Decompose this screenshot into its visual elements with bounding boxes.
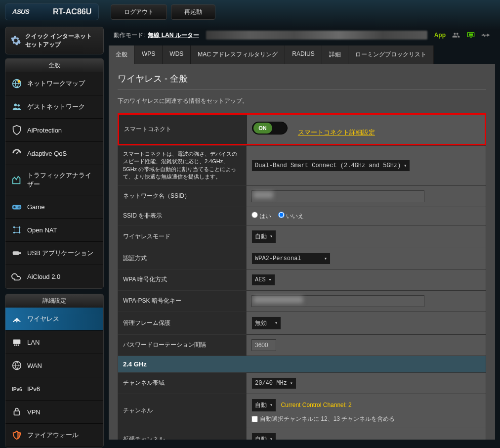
pmf-label: 管理フレーム保護: [118, 312, 247, 334]
sidebar-item-ワイヤレス[interactable]: ワイヤレス: [5, 308, 103, 331]
auth-label: 認証方式: [118, 248, 247, 269]
sidebar-item-Open NAT[interactable]: Open NAT: [5, 219, 103, 242]
sidebar-item-Game[interactable]: Game: [5, 195, 103, 219]
sidebar-item-Adaptive QoS[interactable]: Adaptive QoS: [5, 142, 103, 165]
tab-詳細[interactable]: 詳細: [322, 45, 348, 64]
nav-icon: [11, 406, 22, 417]
smart-connect-link[interactable]: スマートコネクト詳細設定: [298, 129, 375, 136]
firmware-blur: [206, 31, 427, 40]
svg-point-8: [18, 206, 19, 207]
chan24-label: チャンネル: [118, 394, 247, 428]
logout-button[interactable]: ログアウト: [111, 4, 167, 20]
gear-icon: [10, 35, 21, 46]
wpa-enc-select[interactable]: AES: [251, 274, 275, 286]
smart-connect-toggle[interactable]: ON: [252, 122, 288, 134]
sidebar-item-LAN[interactable]: LAN: [5, 331, 103, 354]
wpa-key-label: WPA-PSK 暗号化キー: [118, 290, 247, 312]
panel-desc: 下のワイヤレスに関連する情報をセットアップ。: [118, 97, 486, 105]
reboot-button[interactable]: 再起動: [171, 4, 215, 20]
app-link[interactable]: App: [434, 32, 446, 39]
status-bar: 動作モード: 無線 LAN ルーター App: [109, 27, 495, 44]
chan-include-label: 自動選択チャンネルに 12、13 チャンネルを含める: [260, 415, 395, 423]
nav-icon: [11, 125, 22, 135]
nav-icon: [11, 224, 22, 235]
svg-text:ASUS: ASUS: [12, 8, 30, 15]
nav-icon: [11, 360, 22, 371]
asus-logo: ASUS: [12, 7, 48, 16]
quick-setup-button[interactable]: クイック インターネット セットアップ: [5, 27, 104, 54]
svg-point-2: [18, 80, 21, 83]
tab-WPS[interactable]: WPS: [135, 45, 163, 64]
top-bar: ASUS RT-AC86U ログアウト 再起動: [0, 0, 500, 24]
sidebar-item-AiCloud 2.0[interactable]: AiCloud 2.0: [5, 265, 103, 288]
settings-panel: ワイヤレス - 全般 下のワイヤレスに関連する情報をセットアップ。 スマートコネ…: [109, 64, 495, 440]
smart-connect-label: スマートコネクト: [119, 114, 247, 145]
smart-connect-desc: スマートコネクトは、電波の強さ、デバイスのスピード性能、混雑状況に応じ、2.4G…: [118, 146, 247, 186]
tab-RADIUS[interactable]: RADIUS: [285, 45, 322, 64]
sidebar-item-VPN[interactable]: VPN: [5, 401, 103, 424]
tab-WDS[interactable]: WDS: [163, 45, 191, 64]
svg-rect-28: [470, 38, 472, 38]
mode-label: 動作モード:: [114, 31, 145, 40]
hide-ssid-yes[interactable]: はい: [251, 213, 271, 220]
sidebar-item-ネットワークマップ[interactable]: ネットワークマップ: [5, 72, 103, 95]
sidebar-item-WAN[interactable]: WAN: [5, 354, 103, 377]
chan-note: Current Control Channel: 2: [281, 402, 351, 408]
sidebar-item-トラフィックアナライザー[interactable]: トラフィックアナライザー: [5, 165, 103, 195]
screen-icon[interactable]: [466, 31, 475, 39]
svg-rect-22: [18, 345, 19, 346]
wmode-select[interactable]: 自動: [251, 230, 276, 243]
ssid-input[interactable]: [251, 190, 424, 202]
usb-icon[interactable]: [481, 31, 490, 39]
svg-point-4: [17, 104, 20, 107]
sidebar-item-USB アプリケーション[interactable]: USB アプリケーション: [5, 242, 103, 265]
sidebar: クイック インターネット セットアップ 全般 ネットワークマップゲストネットワー…: [5, 27, 104, 445]
svg-rect-20: [14, 345, 16, 346]
hide-ssid-no[interactable]: いいえ: [278, 213, 304, 220]
nav-icon: [11, 271, 22, 282]
wpa-enc-label: WPA 暗号化方式: [118, 269, 247, 290]
sidebar-item-AiProtection[interactable]: AiProtection: [5, 119, 103, 142]
svg-rect-25: [14, 411, 20, 415]
tab-ローミングブロックリスト[interactable]: ローミングブロックリスト: [348, 45, 434, 64]
pmf-select[interactable]: 無効: [251, 316, 281, 330]
sidebar-item-IPv6[interactable]: IPv6IPv6: [5, 377, 103, 401]
nav-icon: [11, 201, 22, 212]
nav-icon: [11, 101, 22, 112]
panel-title: ワイヤレス - 全般: [118, 73, 486, 90]
svg-rect-27: [469, 34, 473, 36]
sidebar-item-ファイアウォール[interactable]: ファイアウォール: [5, 424, 103, 447]
chan24-select[interactable]: 自動: [251, 399, 276, 412]
sidebar-item-ゲストネットワーク[interactable]: ゲストネットワーク: [5, 95, 103, 119]
tab-MAC アドレスフィルタリング[interactable]: MAC アドレスフィルタリング: [191, 45, 285, 64]
mode-value[interactable]: 無線 LAN ルーター: [148, 31, 199, 40]
model-text: RT-AC86U: [53, 7, 91, 16]
chan-include-checkbox[interactable]: [251, 416, 258, 422]
auth-select[interactable]: WPA2-Personal: [251, 253, 331, 265]
tab-全般[interactable]: 全般: [109, 45, 135, 64]
svg-point-7: [13, 206, 16, 209]
nav-icon: [11, 337, 22, 348]
extchan-select[interactable]: 自動: [251, 433, 276, 440]
svg-point-10: [18, 207, 19, 208]
sidebar-advanced-header: 詳細設定: [5, 294, 103, 308]
chanbw24-select[interactable]: 20/40 MHz: [251, 377, 296, 389]
hide-ssid-label: SSID を非表示: [118, 207, 247, 225]
extchan-label: 拡張チャンネル: [118, 428, 247, 440]
svg-rect-17: [19, 252, 21, 254]
nav-icon: [11, 78, 22, 89]
nav-icon: [11, 314, 22, 324]
svg-rect-21: [16, 345, 17, 346]
svg-point-3: [14, 104, 17, 107]
svg-point-18: [16, 321, 18, 322]
svg-point-29: [482, 35, 483, 36]
users-icon[interactable]: [452, 31, 460, 39]
band-select[interactable]: Dual-Band Smart Connect (2.4GHz and 5GHz…: [251, 160, 410, 172]
svg-point-5: [16, 153, 18, 154]
nav-icon: IPv6: [11, 383, 22, 394]
band24-header: 2.4 GHz: [118, 356, 486, 372]
pwd-rot-input[interactable]: [251, 339, 276, 351]
svg-point-11: [19, 207, 20, 208]
quick-setup-label: クイック インターネット セットアップ: [25, 32, 98, 49]
pwd-rot-label: パスワードローテーション間隔: [118, 334, 247, 356]
